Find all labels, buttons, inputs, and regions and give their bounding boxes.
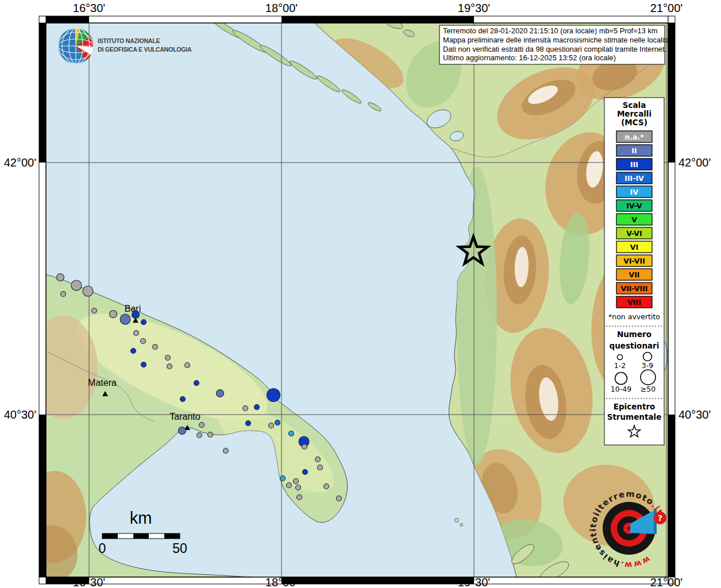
mcs-swatch-label: VI-VII	[623, 257, 645, 265]
intensity-point	[337, 496, 342, 501]
lon-label-bottom: 19°30'	[458, 576, 490, 588]
info-line-1: Terremoto del 28-01-2020 21:15:10 (ora l…	[443, 26, 657, 35]
intensity-point	[179, 427, 186, 435]
intensity-point	[199, 423, 205, 428]
lon-label-top: 19°30'	[458, 2, 490, 14]
map-canvas: km 0 50 BariMateraTaranto	[0, 0, 721, 588]
scalebar-start: 0	[99, 541, 106, 556]
questionari-size-circle	[643, 353, 652, 361]
intensity-point	[223, 448, 229, 454]
legend-panel: Scala Mercalli (MCS) n.a.*IIIIIIII-IVIVI…	[604, 98, 664, 445]
intensity-point	[61, 292, 66, 297]
scalebar-end: 50	[172, 541, 187, 556]
intensity-point	[57, 274, 64, 281]
ingv-name-line1: ISTITUTO NAZIONALE	[98, 37, 160, 44]
lat-label-left: 42°00'	[4, 156, 36, 169]
lat-label-left: 40°30'	[4, 408, 36, 421]
intensity-point	[134, 331, 139, 336]
legend-quest-title-2: questionari	[610, 341, 660, 350]
intensity-point	[165, 355, 171, 361]
mcs-swatch-label: V	[631, 215, 637, 224]
intensity-point	[208, 432, 213, 438]
mcs-swatch-label: II	[631, 146, 637, 155]
intensity-point	[243, 406, 248, 411]
lat-label-right: 42°00'	[678, 156, 711, 169]
questionari-size-circle	[618, 355, 623, 360]
lon-label-top: 18°00'	[265, 2, 298, 14]
info-box: Terremoto del 28-01-2020 21:15:10 (ora l…	[439, 25, 670, 64]
info-line-2: Mappa preliminare delle intensità macros…	[443, 36, 670, 44]
intensity-point	[131, 349, 136, 354]
legend-quest-title-1: Numero	[617, 330, 651, 339]
mcs-swatch-label: VIII	[627, 298, 641, 307]
intensity-point	[194, 381, 199, 386]
intensity-point	[83, 286, 93, 296]
intensity-point	[289, 431, 294, 436]
intensity-point	[287, 483, 292, 488]
intensity-point	[132, 311, 140, 319]
questionari-size-label: 3-9	[642, 361, 653, 370]
intensity-point	[153, 345, 158, 350]
intensity-point	[255, 405, 260, 410]
mcs-swatch-label: III-IV	[624, 174, 644, 183]
ingv-globe-icon	[58, 28, 94, 64]
ingv-name-line2: DI GEOFISICA E VULCANOLOGIA	[98, 46, 192, 53]
intensity-point	[141, 320, 146, 325]
lon-label-bottom: 21°00'	[650, 576, 683, 588]
legend-footnote: *non avvertito	[608, 312, 660, 321]
intensity-point	[167, 364, 172, 369]
mcs-swatch-label: V-VI	[626, 229, 642, 238]
mcs-swatch-label: IV-V	[626, 202, 642, 210]
mcs-swatch-label: VII-VIII	[621, 284, 648, 293]
intensity-point	[296, 485, 301, 490]
mcs-swatch-label: n.a.*	[624, 133, 644, 141]
intensity-point	[269, 423, 274, 428]
intensity-point	[185, 363, 190, 368]
lon-label-top: 21°00'	[650, 2, 683, 14]
mcs-swatch-label: VI	[630, 243, 638, 252]
legend-epi-title-1: Epicentro	[614, 402, 656, 411]
intensity-point	[297, 495, 302, 500]
mcs-swatch-label: IV	[630, 188, 639, 196]
lon-label-top: 16°30'	[73, 2, 105, 14]
intensity-point	[318, 465, 323, 470]
intensity-point	[71, 280, 82, 291]
intensity-point	[275, 420, 280, 425]
intensity-point	[217, 390, 224, 397]
city-label: Taranto	[169, 412, 200, 421]
intensity-point	[294, 479, 299, 484]
questionari-size-circle	[641, 370, 656, 385]
lon-label-bottom: 16°30'	[73, 576, 105, 588]
scalebar-unit: km	[130, 509, 152, 527]
intensity-point	[197, 433, 202, 438]
intensity-point	[141, 339, 146, 344]
legend-epi-title-2: Strumentale	[607, 412, 662, 421]
intensity-point	[246, 421, 251, 426]
mcs-swatch-label: III	[630, 160, 638, 169]
intensity-point	[141, 362, 146, 368]
intensity-point	[92, 308, 97, 314]
intensity-point	[110, 311, 117, 318]
questionari-size-circle	[615, 373, 627, 385]
lat-label-right: 40°30'	[678, 408, 711, 421]
lon-label-bottom: 18°00'	[265, 576, 298, 588]
intensity-point	[324, 484, 329, 489]
questionari-size-label: ≥50	[641, 385, 656, 393]
city-label: Matera	[88, 378, 117, 388]
intensity-point	[120, 314, 130, 324]
questionari-size-label: 1-2	[614, 361, 626, 370]
intensity-point	[302, 444, 307, 450]
legend-mcs-title-2: Mercalli	[617, 109, 651, 118]
intensity-point	[267, 389, 280, 402]
info-line-4: Ultimo aggiornamento: 16-12-2025 13:52 (…	[443, 53, 616, 62]
mcs-swatch-label: VII	[629, 270, 640, 279]
info-line-3: Dati non verificati estratti da 98 quest…	[443, 45, 666, 53]
intensity-point	[315, 457, 321, 462]
intensity-point	[180, 397, 186, 402]
map-screenshot: km 0 50 BariMateraTaranto	[0, 0, 721, 588]
legend-mcs-title-1: Scala	[623, 100, 646, 110]
intensity-point	[280, 476, 286, 481]
legend-mcs-title-3: (MCS)	[621, 118, 647, 127]
intensity-point	[303, 470, 308, 475]
questionari-size-label: 10-49	[611, 385, 631, 393]
